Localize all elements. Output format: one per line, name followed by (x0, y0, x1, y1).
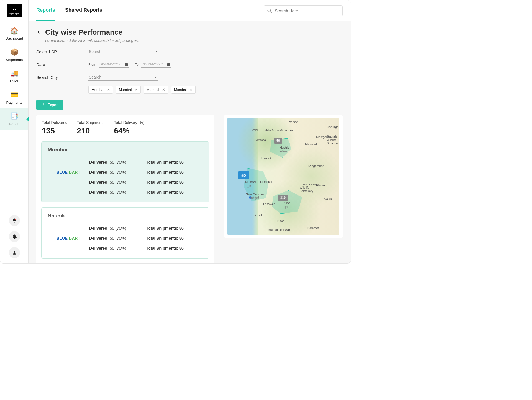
lsp-label: Select LSP (36, 49, 88, 54)
remove-chip-icon[interactable]: ✕ (107, 88, 110, 92)
map-badge-mumbai[interactable]: 50 (238, 171, 249, 179)
lsp-select[interactable]: Search (88, 48, 158, 55)
map-label: Valsad (289, 120, 298, 124)
sidebar-item-label: Shipments (6, 58, 23, 62)
remove-chip-icon[interactable]: ✕ (190, 88, 193, 92)
bell-icon (12, 218, 17, 223)
sidebar-item-shipments[interactable]: 📦 Shipments (0, 44, 28, 66)
notifications-button[interactable] (9, 215, 20, 226)
global-search[interactable] (264, 5, 343, 16)
sidebar-item-label: Dashboard (6, 36, 23, 40)
map-label: नाशिक (280, 150, 287, 153)
home-icon: 🏠 (10, 27, 19, 35)
map-label: Bhor (277, 219, 284, 222)
date-to-input[interactable]: DD/MM/YYYY (141, 61, 171, 68)
city-label: Search City (36, 75, 88, 80)
search-icon (267, 8, 272, 13)
sidebar-item-report[interactable]: 📑 Report (0, 108, 28, 130)
map-label: Chalisgaon (327, 125, 339, 129)
svg-line-3 (270, 11, 272, 13)
map-label: Dombivli (260, 180, 272, 183)
summary-delivered: Total Delivered 135 (42, 120, 68, 135)
carrier-row: BLUE DART Delivered: 50 (70%) Total Ship… (48, 167, 203, 177)
map-label: Nala Sopara (265, 129, 282, 132)
carrier-row: BLUE DART Delivered: 50 (70%) Total Ship… (48, 187, 203, 197)
sidebar-item-label: LSPs (10, 79, 19, 83)
map-label: Sangamner (308, 164, 324, 168)
results-panel: Total Delivered 135 Total Shipments 210 … (36, 115, 214, 263)
map-badge-nashik[interactable]: 50 (274, 138, 282, 144)
date-label: Date (36, 62, 88, 67)
page-subtitle: Lorem ipsum dolor sit amet, consectetur … (45, 38, 139, 43)
export-button[interactable]: Export (36, 100, 63, 110)
remove-chip-icon[interactable]: ✕ (135, 88, 138, 92)
topbar: Reports Shared Reports (29, 0, 351, 21)
map-label: Baramati (307, 226, 319, 230)
package-icon: 📦 (10, 48, 19, 56)
map-label: Manmad (305, 143, 317, 146)
city-name: Mumbai (48, 147, 203, 153)
chevron-down-icon (154, 75, 158, 79)
back-button[interactable] (36, 28, 41, 36)
map-label: Nashik (280, 146, 289, 149)
city-chip: Mumbai ✕ (116, 86, 140, 94)
map[interactable]: 50 50 110 Valsad Vapi Silvassa Nashik ना… (227, 118, 339, 235)
sidebar-item-label: Report (9, 122, 20, 126)
map-label: Bhimashankar Wildlife Sanctuary (300, 183, 319, 193)
tabs: Reports Shared Reports (36, 0, 102, 21)
summary-row: Total Delivered 135 Total Shipments 210 … (41, 120, 209, 135)
city-chip: Mumbai ✕ (171, 86, 196, 94)
date-from-input[interactable]: DD/MM/YYYY (99, 61, 129, 68)
content: City wise Performance Lorem ipsum dolor … (29, 21, 351, 263)
map-label: Karjat (324, 197, 332, 200)
selected-cities: Mumbai ✕ Mumbai ✕ Mumbai ✕ Mumbai ✕ (88, 86, 343, 94)
svg-rect-8 (168, 63, 168, 64)
calendar-icon (124, 62, 128, 66)
search-input[interactable] (275, 8, 339, 13)
map-label: Vapi (252, 128, 258, 131)
sidebar-item-lsps[interactable]: 🚚 LSPs (0, 66, 28, 87)
map-badge-pune[interactable]: 110 (278, 195, 288, 201)
sidebar-item-dashboard[interactable]: 🏠 Dashboard (0, 23, 28, 44)
download-icon (41, 103, 45, 107)
map-label: Trimbak (261, 156, 272, 160)
city-chip: Mumbai ✕ (88, 86, 113, 94)
tab-reports[interactable]: Reports (36, 0, 55, 21)
city-name: Nashik (48, 213, 203, 219)
svg-rect-5 (126, 63, 126, 64)
city-select[interactable]: Search (88, 74, 158, 81)
remove-chip-icon[interactable]: ✕ (162, 88, 165, 92)
user-icon (12, 250, 17, 255)
to-label: To (135, 63, 139, 67)
profile-button[interactable] (9, 247, 20, 258)
summary-shipments: Total Shipments 210 (77, 120, 105, 135)
map-label: पुणे (285, 205, 288, 209)
tab-shared-reports[interactable]: Shared Reports (65, 0, 102, 21)
brand-logo: Style Spot (7, 4, 22, 17)
city-chip: Mumbai ✕ (144, 86, 168, 94)
map-label: Gautala Wildlife Sanctuary (327, 135, 339, 145)
carrier-row: BLUE DART Delivered: 50 (70%) Total Ship… (48, 233, 203, 243)
report-icon: 📑 (10, 112, 19, 120)
map-label: Navi Mumbai (246, 193, 264, 196)
map-label: Mumbai (245, 180, 256, 184)
calendar-icon (167, 62, 171, 66)
city-card-mumbai: Mumbai BLUE DART Delivered: 50 (70%) Tot… (41, 141, 209, 202)
map-label: नवी मुंबई (250, 196, 259, 200)
carrier-row: BLUE DART Delivered: 50 (70%) Total Ship… (48, 223, 203, 233)
from-label: From (88, 63, 96, 67)
card-icon: 💳 (10, 91, 19, 99)
gear-icon (12, 234, 17, 239)
filters: Select LSP Search Date From DD/MM/YYYY (36, 48, 343, 94)
settings-button[interactable] (9, 231, 20, 242)
sidebar-item-payments[interactable]: 💳 Payments (0, 87, 28, 108)
svg-rect-7 (167, 63, 170, 66)
city-card-nashik: Nashik BLUE DART Delivered: 50 (70%) Tot… (41, 207, 209, 259)
page-title: City wise Performance (45, 28, 139, 37)
sidebar: Style Spot 🏠 Dashboard 📦 Shipments 🚚 LSP… (0, 0, 29, 263)
chevron-down-icon (154, 50, 158, 54)
chevron-left-icon (36, 30, 41, 35)
summary-delivery-pct: Total Delivery (%) 64% (114, 120, 144, 135)
map-panel: 50 50 110 Valsad Vapi Silvassa Nashik ना… (224, 115, 343, 238)
svg-point-1 (14, 251, 15, 253)
